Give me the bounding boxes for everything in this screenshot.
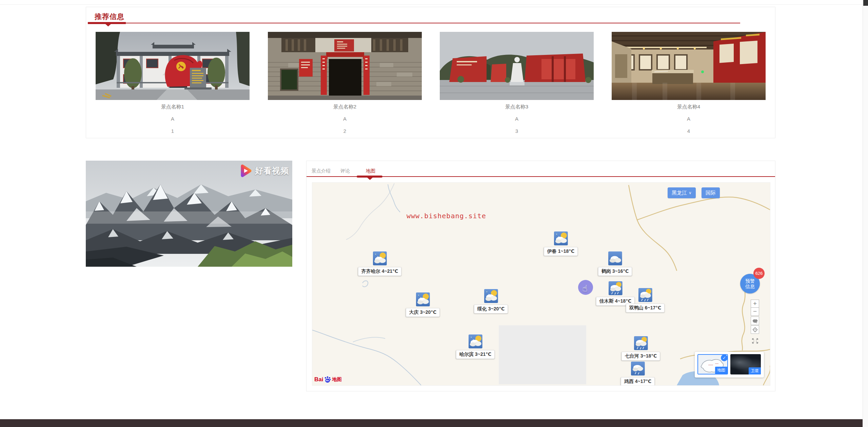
baidu-logo-text: Bai bbox=[314, 376, 323, 383]
weather-label: 鹤岗 3~16℃ bbox=[598, 267, 632, 276]
tab-underline bbox=[307, 176, 775, 177]
weather-marker-shuangyashan[interactable]: 双鸭山 6~17℃ bbox=[626, 288, 665, 312]
chevron-down-icon: ∨ bbox=[689, 190, 692, 195]
spot-card-2[interactable]: 景点名称2 A 2 bbox=[268, 32, 422, 134]
spot-name: 景点名称4 bbox=[612, 104, 766, 109]
spot-line2: A bbox=[612, 116, 766, 121]
page-scrollbar bbox=[863, 0, 868, 427]
spot-card-3[interactable]: 景点名称3 A 3 bbox=[440, 32, 594, 134]
warning-line1: 预警 bbox=[740, 278, 760, 284]
spot-photo-red-sculpture-plaza bbox=[440, 32, 594, 100]
weather-label: 齐齐哈尔 4~21℃ bbox=[358, 267, 401, 276]
spot-line2: A bbox=[268, 116, 422, 121]
fullscreen-button[interactable] bbox=[751, 338, 759, 344]
baidu-map-text: 地图 bbox=[332, 377, 341, 383]
spot-photo-memorial-building bbox=[96, 32, 250, 100]
spot-line3: 1 bbox=[96, 128, 250, 134]
weather-cloud-moon-icon bbox=[554, 231, 568, 245]
map-layer-label: 地图 bbox=[715, 367, 727, 374]
weather-cloud-moon-icon bbox=[416, 292, 430, 306]
weather-cloud-rain-icon bbox=[631, 362, 645, 375]
tab-pointer-icon bbox=[367, 178, 373, 180]
spot-name: 景点名称1 bbox=[96, 104, 250, 109]
crosshair-locate-icon bbox=[752, 327, 758, 332]
layer-option-map[interactable]: ✓ 地图 bbox=[697, 354, 728, 374]
scrollbar-thumb[interactable] bbox=[863, 0, 868, 6]
tab-comments[interactable]: 评论 bbox=[340, 168, 350, 174]
weather-marker-qiqihar[interactable]: 齐齐哈尔 4~21℃ bbox=[358, 251, 401, 276]
weather-marker-daqing[interactable]: 大庆 3~20℃ bbox=[406, 292, 440, 317]
spot-name: 景点名称3 bbox=[440, 104, 594, 109]
weather-cloud-icon bbox=[608, 251, 622, 265]
baidu-paw-icon: du bbox=[324, 376, 331, 383]
haokan-video-logo: 好看视频 bbox=[239, 164, 289, 178]
weather-label: 哈尔滨 3~21℃ bbox=[456, 350, 495, 359]
weather-label: 绥化 3~20℃ bbox=[474, 305, 508, 313]
top-divider bbox=[0, 4, 863, 5]
layer-switcher: ✓ 地图 卫星 bbox=[695, 352, 764, 378]
locate-button[interactable] bbox=[751, 325, 759, 334]
spot-line3: 4 bbox=[612, 128, 766, 134]
zoom-in-button[interactable]: + bbox=[751, 300, 759, 308]
warning-line2: 信息 bbox=[740, 284, 760, 289]
weather-label: 双鸭山 6~17℃ bbox=[626, 304, 665, 312]
footer-bar bbox=[0, 419, 868, 427]
weather-cloud-moon-icon bbox=[484, 289, 498, 303]
china-overview-button[interactable] bbox=[751, 317, 759, 325]
weather-marker-suihua[interactable]: 绥化 3~20℃ bbox=[474, 289, 508, 313]
play-triangle-icon bbox=[239, 164, 253, 178]
underline-pointer-icon bbox=[105, 24, 111, 26]
spot-card-1[interactable]: 景点名称1 A 1 bbox=[96, 32, 250, 134]
weather-cloud-moon-rain-icon bbox=[608, 281, 622, 295]
spot-photo-exhibition-hall bbox=[612, 32, 766, 100]
recommended-panel: 推荐信息 bbox=[86, 7, 775, 138]
weather-label: 鸡西 4~17℃ bbox=[621, 377, 655, 386]
zoom-out-button[interactable]: − bbox=[751, 308, 759, 316]
title-underline bbox=[88, 23, 740, 23]
weather-cloud-moon-rain-icon bbox=[634, 336, 648, 350]
satellite-layer-label: 卫星 bbox=[749, 367, 761, 374]
site-watermark: www.bishebang.site bbox=[407, 212, 486, 220]
check-icon: ✓ bbox=[721, 354, 728, 361]
province-button-label: 黑龙江 bbox=[672, 190, 687, 196]
international-button-label: 国际 bbox=[706, 190, 716, 196]
weather-marker-qitaihe[interactable]: 七台河 3~18℃ bbox=[622, 336, 660, 361]
hand-cursor-icon: ☝ bbox=[582, 283, 588, 293]
cursor-highlight: ☝ bbox=[578, 280, 593, 295]
weather-cloud-moon-icon bbox=[468, 334, 482, 348]
international-button[interactable]: 国际 bbox=[702, 187, 720, 198]
zoom-controls: + − bbox=[751, 300, 759, 316]
weather-marker-jixi[interactable]: 鸡西 4~17℃ bbox=[621, 362, 655, 386]
weather-label: 大庆 3~20℃ bbox=[406, 308, 440, 317]
baidu-du-text: du bbox=[326, 379, 329, 382]
baidu-map-logo: Bai du 地图 bbox=[314, 376, 341, 383]
weather-marker-harbin[interactable]: 哈尔滨 3~21℃ bbox=[456, 334, 495, 359]
spot-line2: A bbox=[440, 116, 594, 121]
weather-marker-hegang[interactable]: 鹤岗 3~16℃ bbox=[598, 251, 632, 276]
detail-panel: 景点介绍 评论 地图 bbox=[306, 161, 775, 391]
spot-name: 景点名称2 bbox=[268, 104, 422, 109]
weather-label: 伊春 1~18℃ bbox=[544, 247, 578, 256]
haokan-video-brand-text: 好看视频 bbox=[255, 165, 289, 176]
spot-line2: A bbox=[96, 116, 250, 121]
tab-spot-intro[interactable]: 景点介绍 bbox=[312, 168, 331, 174]
spot-photo-old-residence bbox=[268, 32, 422, 100]
spot-line3: 2 bbox=[268, 128, 422, 134]
fullscreen-expand-icon bbox=[751, 338, 759, 344]
province-select-button[interactable]: 黑龙江 ∨ bbox=[668, 187, 696, 198]
recommended-title: 推荐信息 bbox=[95, 12, 124, 21]
weather-label: 七台河 3~18℃ bbox=[622, 352, 660, 361]
spot-line3: 3 bbox=[440, 128, 594, 134]
weather-cloud-moon-rain-icon bbox=[638, 288, 652, 302]
weather-marker-yichun[interactable]: 伊春 1~18℃ bbox=[544, 231, 578, 256]
warning-count-badge: 626 bbox=[753, 268, 765, 279]
video-player[interactable]: 好看视频 bbox=[86, 161, 292, 267]
layer-option-satellite[interactable]: 卫星 bbox=[730, 354, 761, 374]
spot-card-4[interactable]: 景点名称4 A 4 bbox=[612, 32, 766, 134]
china-map-icon bbox=[752, 318, 758, 324]
map-canvas[interactable]: www.bishebang.site 黑龙江 ∨ 国际 伊春 1~18℃ 齐齐哈… bbox=[312, 182, 770, 386]
weather-cloud-moon-icon bbox=[373, 251, 387, 265]
page: 推荐信息 bbox=[0, 0, 868, 427]
tab-map[interactable]: 地图 bbox=[366, 168, 375, 174]
